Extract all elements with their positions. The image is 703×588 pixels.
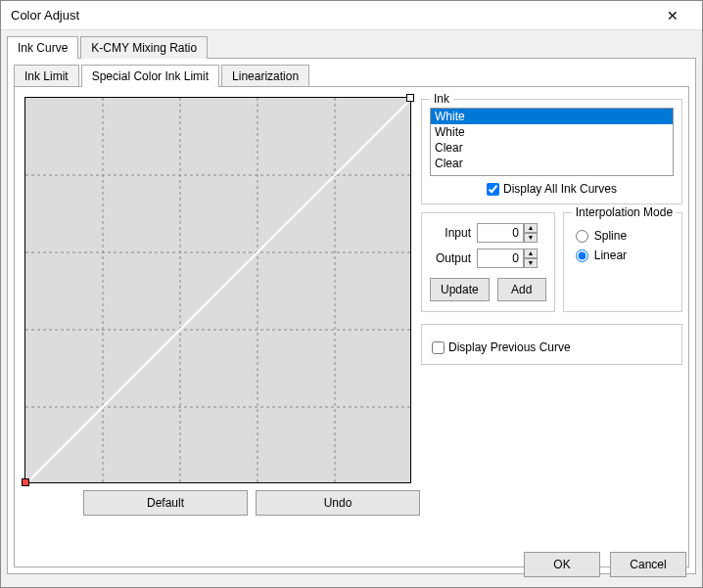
close-icon[interactable]: ✕ bbox=[653, 8, 692, 23]
display-prev-group: Display Previous Curve bbox=[421, 324, 682, 365]
io-group: Input ▲ ▼ bbox=[421, 212, 555, 312]
list-item[interactable]: Clear bbox=[431, 156, 673, 171]
spline-radio[interactable] bbox=[576, 230, 588, 243]
tab-ink-limit[interactable]: Ink Limit bbox=[14, 65, 79, 87]
ink-group-title: Ink bbox=[430, 92, 453, 106]
update-button[interactable]: Update bbox=[430, 278, 490, 301]
input-field[interactable] bbox=[477, 223, 524, 243]
list-item[interactable]: White bbox=[431, 124, 673, 140]
linear-radio[interactable] bbox=[576, 249, 588, 262]
display-all-checkbox[interactable] bbox=[487, 183, 499, 196]
list-item[interactable]: Clear bbox=[431, 140, 673, 156]
output-field[interactable] bbox=[477, 249, 524, 268]
ok-button[interactable]: OK bbox=[524, 552, 600, 577]
curve-handle-end[interactable] bbox=[406, 94, 414, 102]
ink-group: Ink White White Clear Clear Display All bbox=[421, 99, 682, 204]
display-prev-label: Display Previous Curve bbox=[448, 340, 571, 354]
ink-listbox[interactable]: White White Clear Clear bbox=[430, 108, 674, 176]
curve-handle-start[interactable] bbox=[22, 478, 29, 486]
default-button[interactable]: Default bbox=[83, 490, 248, 516]
tab-special-color-ink-limit[interactable]: Special Color Ink Limit bbox=[81, 65, 219, 87]
inner-tabs: Ink Limit Special Color Ink Limit Linear… bbox=[14, 65, 689, 567]
cancel-button[interactable]: Cancel bbox=[610, 552, 686, 577]
display-prev-checkbox[interactable] bbox=[432, 341, 445, 354]
outer-tab-panel: Ink Limit Special Color Ink Limit Linear… bbox=[7, 58, 696, 574]
output-label: Output bbox=[430, 251, 471, 265]
input-spin-down-icon[interactable]: ▼ bbox=[524, 233, 538, 243]
input-spin-up-icon[interactable]: ▲ bbox=[524, 223, 538, 233]
dialog-window: Color Adjust ✕ Ink Curve K-CMY Mixing Ra… bbox=[0, 0, 703, 588]
tab-linearization[interactable]: Linearization bbox=[221, 65, 309, 87]
titlebar: Color Adjust ✕ bbox=[1, 1, 702, 30]
tab-kcmy-mixing[interactable]: K-CMY Mixing Ratio bbox=[80, 36, 208, 59]
tab-ink-curve[interactable]: Ink Curve bbox=[7, 36, 78, 59]
interpolation-group: Interpolation Mode Spline Linear bbox=[563, 212, 682, 312]
inner-tab-panel: Ink White White Clear Clear Display All bbox=[14, 86, 689, 567]
output-spin-up-icon[interactable]: ▲ bbox=[524, 249, 538, 258]
outer-tabs: Ink Curve K-CMY Mixing Ratio Ink Limit S… bbox=[7, 36, 696, 574]
spline-label: Spline bbox=[594, 229, 627, 243]
display-all-label: Display All Ink Curves bbox=[503, 182, 617, 196]
linear-label: Linear bbox=[594, 249, 627, 262]
window-title: Color Adjust bbox=[11, 8, 653, 23]
interpolation-title: Interpolation Mode bbox=[572, 205, 677, 219]
svg-line-8 bbox=[25, 98, 412, 484]
list-item[interactable]: White bbox=[431, 109, 673, 124]
undo-button[interactable]: Undo bbox=[256, 490, 420, 516]
curve-chart[interactable] bbox=[24, 97, 411, 483]
input-label: Input bbox=[430, 226, 471, 240]
add-button[interactable]: Add bbox=[497, 278, 546, 301]
output-spin-down-icon[interactable]: ▼ bbox=[524, 258, 538, 268]
